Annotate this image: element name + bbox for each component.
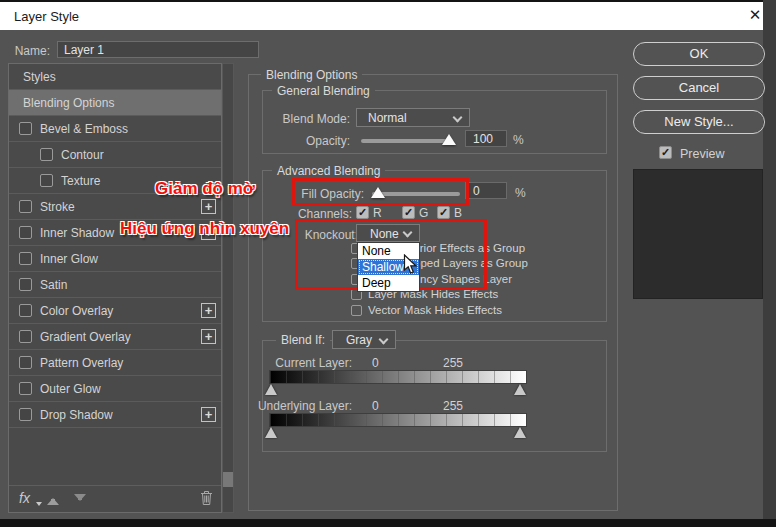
sidebar-item-label: Gradient Overlay [40,330,131,344]
opacity-percent: % [513,133,524,147]
sidebar-item-label: Drop Shadow [40,408,113,422]
opacity-slider-thumb[interactable] [442,134,456,145]
plus-icon[interactable]: + [201,407,216,422]
sidebar-item-contour[interactable]: Contour [9,142,221,168]
fill-opacity-highlight-box [292,178,469,206]
opacity-label: Opacity: [252,134,350,148]
new-style-button[interactable]: New Style... [633,110,765,134]
checkbox-icon[interactable] [351,305,362,316]
sidebar-item-label: Color Overlay [40,304,113,318]
underlying-layer-black-slider[interactable] [265,427,277,438]
plus-icon[interactable]: + [201,199,216,214]
checkbox-icon[interactable] [19,330,32,343]
sidebar-item-outer-glow[interactable]: Outer Glow [9,376,221,402]
sidebar-item-color-overlay[interactable]: Color Overlay+ [9,298,221,324]
channel-g-label: G [419,206,428,220]
underlying-layer-white-slider[interactable] [514,427,526,438]
sidebar-item-label: Blending Options [23,96,114,110]
sidebar-item-label: Outer Glow [40,382,101,396]
blend-mode-dropdown[interactable]: Normal [356,108,470,127]
blend-mode-label: Blend Mode: [252,112,350,126]
blend-mode-value: Normal [368,111,407,125]
channel-b-checkbox[interactable]: ✓ [437,206,450,219]
fx-menu-button[interactable]: fx [19,490,30,506]
background-strip [0,519,776,527]
fill-opacity-input[interactable] [465,182,507,199]
current-layer-max: 255 [443,356,463,370]
fx-caret-icon [36,502,42,509]
sidebar-item-satin[interactable]: Satin [9,272,221,298]
sidebar-item-pattern-overlay[interactable]: Pattern Overlay [9,350,221,376]
sidebar-item-blending-options[interactable]: Blending Options [9,90,221,116]
mouse-cursor-icon [403,254,417,279]
sidebar-rows: StylesBlending OptionsBevel & EmbossCont… [9,64,221,428]
advanced-option-row: Vector Mask Hides Effects [351,305,607,316]
styles-sidebar: StylesBlending OptionsBevel & EmbossCont… [8,63,222,513]
sidebar-scrollbar[interactable] [222,63,234,513]
move-effect-up-icon[interactable] [47,492,59,507]
sidebar-item-label: Bevel & Emboss [40,122,128,136]
sidebar-item-label: Styles [23,70,56,84]
chevron-down-icon [453,113,463,123]
scrollbar-thumb[interactable] [223,472,233,487]
checkbox-icon[interactable] [19,408,32,421]
delete-effect-icon[interactable] [200,490,213,510]
sidebar-item-label: Contour [61,148,104,162]
panel-title: Blending Options [261,68,362,82]
preview-checkbox[interactable]: ✓ [659,146,672,159]
ok-button[interactable]: OK [633,42,765,66]
sidebar-item-label: Texture [61,174,100,188]
fill-opacity-annotation: Giảm độ mờ [155,179,255,199]
fill-opacity-percent: % [515,186,526,200]
sidebar-item-label: Stroke [40,200,75,214]
checkbox-icon[interactable] [19,304,32,317]
plus-icon[interactable]: + [201,329,216,344]
channel-r-label: R [373,206,382,220]
plus-icon[interactable]: + [201,303,216,318]
move-effect-down-icon[interactable] [74,492,86,507]
underlying-layer-max: 255 [443,399,463,413]
sidebar-item-inner-glow[interactable]: Inner Glow [9,246,221,272]
underlying-layer-min: 0 [372,399,379,413]
name-input[interactable] [57,41,259,58]
current-layer-white-slider[interactable] [514,384,526,395]
sidebar-item-label: Inner Shadow [40,226,114,240]
checkbox-icon[interactable] [19,226,32,239]
title-bar: Layer Style [0,0,763,30]
sidebar-item-drop-shadow[interactable]: Drop Shadow+ [9,402,221,428]
advanced-blending-title: Advanced Blending [272,164,385,178]
checkbox-icon[interactable] [19,356,32,369]
current-layer-label: Current Layer: [252,356,352,370]
checkbox-icon[interactable] [19,122,32,135]
checkbox-icon[interactable] [40,148,53,161]
window-edge [763,0,776,519]
opacity-slider[interactable] [361,139,453,143]
general-blending-title: General Blending [272,84,375,98]
channel-r-checkbox[interactable]: ✓ [356,206,369,219]
blend-if-value: Gray [346,333,372,347]
close-icon[interactable]: ✕ [744,5,766,25]
sidebar-item-bevel-emboss[interactable]: Bevel & Emboss [9,116,221,142]
cancel-button[interactable]: Cancel [633,76,765,100]
current-layer-black-slider[interactable] [265,384,277,395]
underlying-layer-gradient[interactable] [270,414,526,426]
sidebar-item-gradient-overlay[interactable]: Gradient Overlay+ [9,324,221,350]
checkbox-icon[interactable] [19,252,32,265]
preview-label: Preview [680,147,724,161]
advanced-option-label: Vector Mask Hides Effects [368,304,502,316]
preview-swatch [633,169,763,299]
checkbox-icon[interactable] [19,200,32,213]
checkbox-icon[interactable] [19,382,32,395]
sidebar-item-styles[interactable]: Styles [9,64,221,90]
opacity-input[interactable] [465,130,507,147]
checkbox-icon[interactable] [19,278,32,291]
blend-if-dropdown[interactable]: Gray [332,330,396,349]
current-layer-gradient[interactable] [270,371,526,383]
knockout-annotation: Hiệu ứng nhìn xuyên [120,219,289,239]
channel-g-checkbox[interactable]: ✓ [402,206,415,219]
sidebar-item-label: Pattern Overlay [40,356,123,370]
sidebar-footer: fx [9,485,221,512]
chevron-down-icon [379,335,389,345]
checkbox-icon[interactable] [40,174,53,187]
blend-if-label: Blend If: [276,333,330,347]
